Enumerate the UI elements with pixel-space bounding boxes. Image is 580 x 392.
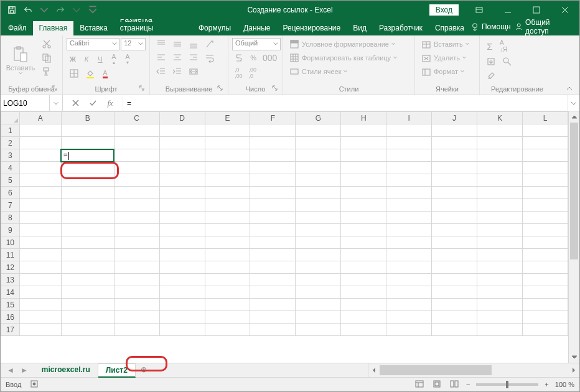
cell[interactable] [19, 187, 61, 199]
tab-file[interactable]: Файл [2, 21, 33, 35]
cell[interactable] [477, 137, 523, 149]
cell[interactable] [61, 224, 114, 236]
cell[interactable] [159, 199, 205, 212]
cell[interactable] [61, 162, 114, 174]
cell[interactable] [114, 324, 159, 336]
cell[interactable] [19, 236, 61, 249]
cell[interactable] [432, 324, 477, 336]
enter-formula-icon[interactable] [87, 97, 99, 110]
align-left-icon[interactable] [154, 52, 169, 64]
cell[interactable] [296, 261, 341, 274]
macro-record-icon[interactable] [29, 378, 40, 391]
row-header[interactable]: 3 [1, 149, 20, 162]
undo-icon[interactable] [21, 2, 35, 17]
underline-icon[interactable]: Ч [94, 54, 106, 64]
cell[interactable] [477, 174, 523, 187]
cell[interactable] [386, 124, 432, 137]
cell[interactable] [432, 124, 477, 137]
bold-icon[interactable]: Ж [67, 54, 79, 64]
cell[interactable] [19, 249, 61, 261]
zoom-level[interactable]: 100 % [555, 381, 574, 388]
cell[interactable] [61, 236, 114, 249]
cell[interactable] [477, 324, 523, 336]
row-header[interactable]: 4 [1, 162, 20, 174]
cell[interactable] [19, 174, 61, 187]
cell[interactable] [250, 261, 296, 274]
tab-view[interactable]: Вид [347, 21, 373, 35]
scroll-right-icon[interactable] [568, 363, 579, 377]
cell[interactable] [432, 212, 477, 224]
cell[interactable] [522, 224, 568, 236]
page-layout-view-icon[interactable] [431, 378, 442, 391]
cell[interactable] [19, 274, 61, 286]
scroll-left-icon[interactable] [368, 363, 380, 377]
cell[interactable] [477, 286, 523, 299]
align-top-icon[interactable] [154, 38, 169, 50]
cell[interactable] [432, 286, 477, 299]
cell[interactable] [114, 236, 159, 249]
cell[interactable] [341, 224, 386, 236]
dialog-launcher-icon[interactable] [138, 85, 146, 93]
cell[interactable] [250, 224, 296, 236]
zoom-slider[interactable] [476, 383, 538, 386]
collapse-ribbon-icon[interactable] [566, 83, 577, 93]
cell[interactable] [386, 162, 432, 174]
cell[interactable] [205, 249, 250, 261]
cell[interactable] [341, 137, 386, 149]
cell[interactable] [205, 187, 250, 199]
close-icon[interactable] [551, 1, 579, 19]
cell[interactable] [61, 324, 114, 336]
cell[interactable] [386, 224, 432, 236]
cell[interactable] [19, 124, 61, 137]
scroll-track[interactable] [569, 123, 579, 352]
cell[interactable] [19, 286, 61, 299]
cell[interactable] [296, 187, 341, 199]
cell[interactable] [61, 174, 114, 187]
cell[interactable] [19, 311, 61, 324]
tab-developer[interactable]: Разработчик [373, 21, 429, 35]
cell[interactable] [386, 311, 432, 324]
redo-icon[interactable] [53, 2, 68, 17]
tab-help[interactable]: Справка [429, 21, 470, 35]
cell[interactable] [159, 174, 205, 187]
cell[interactable] [159, 224, 205, 236]
dialog-launcher-icon[interactable] [51, 85, 58, 93]
cell[interactable] [296, 162, 341, 174]
cell[interactable] [250, 274, 296, 286]
cell[interactable] [61, 137, 114, 149]
name-box-dropdown-icon[interactable] [49, 95, 62, 111]
share-button[interactable]: Общий доступ [515, 18, 573, 35]
column-header[interactable]: F [250, 112, 296, 124]
cell[interactable] [522, 199, 568, 212]
cell[interactable] [341, 187, 386, 199]
cell[interactable] [432, 236, 477, 249]
cell[interactable] [341, 311, 386, 324]
cell[interactable] [386, 236, 432, 249]
cell[interactable] [432, 274, 477, 286]
cell[interactable] [341, 124, 386, 137]
cell[interactable] [341, 236, 386, 249]
clear-icon[interactable] [484, 69, 498, 82]
cell[interactable] [296, 324, 341, 336]
column-header[interactable]: G [296, 112, 341, 124]
cell[interactable] [296, 149, 341, 162]
cell[interactable] [19, 162, 61, 174]
active-cell[interactable]: = [61, 149, 114, 162]
save-icon[interactable] [4, 2, 19, 17]
cell[interactable] [114, 274, 159, 286]
row-header[interactable]: 17 [1, 324, 20, 336]
cell[interactable] [114, 137, 159, 149]
cell[interactable] [250, 299, 296, 311]
cell[interactable] [250, 187, 296, 199]
cell[interactable] [341, 324, 386, 336]
cell[interactable] [522, 212, 568, 224]
number-format-combo[interactable]: Общий [232, 38, 281, 50]
cell[interactable] [159, 299, 205, 311]
cell[interactable] [432, 174, 477, 187]
cell[interactable] [19, 149, 61, 162]
cell[interactable] [522, 261, 568, 274]
cell[interactable] [61, 249, 114, 261]
maximize-icon[interactable] [522, 1, 551, 19]
cell[interactable] [159, 261, 205, 274]
cell[interactable] [296, 249, 341, 261]
